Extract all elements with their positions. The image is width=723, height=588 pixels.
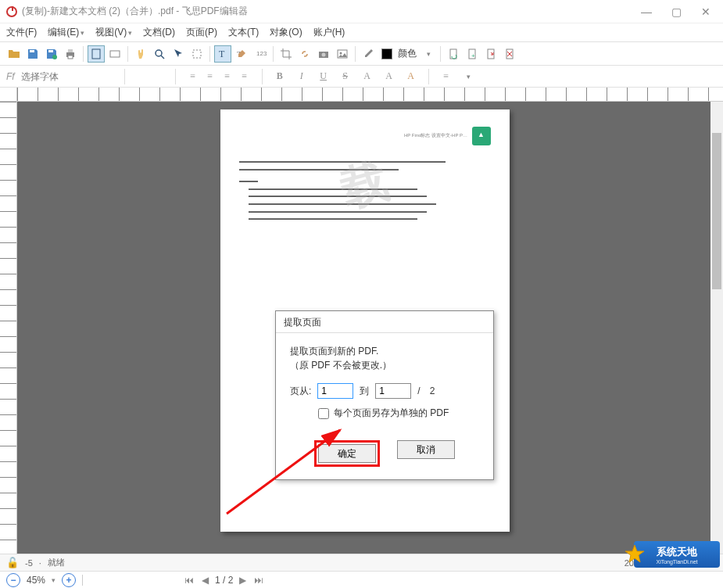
svg-point-17: [340, 52, 342, 54]
brand-star-icon: [625, 544, 645, 565]
text-tool-icon[interactable]: T: [214, 45, 231, 63]
total-sep: /: [417, 385, 420, 396]
menu-edit[interactable]: 编辑(E): [48, 26, 84, 39]
lock-icon: 🔓: [6, 557, 19, 568]
zoom-icon[interactable]: [151, 45, 168, 63]
crop-icon[interactable]: [277, 45, 295, 63]
menubar: 文件(F) 编辑(E) 视图(V) 文档(D) 页面(P) 文本(T) 对象(O…: [0, 23, 723, 42]
menu-object[interactable]: 对象(O): [270, 26, 302, 39]
page-indicator: 1 / 2: [215, 575, 233, 586]
select-rect-icon[interactable]: [188, 45, 206, 63]
ok-button[interactable]: 确定: [318, 444, 376, 463]
subscript-button[interactable]: A: [381, 69, 397, 84]
cancel-button[interactable]: 取消: [397, 440, 455, 459]
line-spacing-icon[interactable]: ≡: [438, 69, 454, 84]
doc-add-icon[interactable]: +: [464, 45, 481, 63]
format-toolbar: Ff ≡ ≡ ≡ ≡ B I U S A A A ≡: [0, 66, 723, 88]
separate-pdf-checkbox[interactable]: [318, 408, 329, 419]
pointer-icon[interactable]: [170, 45, 187, 63]
svg-rect-7: [110, 51, 120, 57]
ok-highlight-box: 确定: [314, 440, 380, 467]
hand-icon[interactable]: [132, 45, 149, 63]
doc-export-icon[interactable]: [482, 45, 499, 63]
page-width-icon[interactable]: [106, 45, 123, 63]
menu-document[interactable]: 文档(D): [143, 26, 175, 39]
menu-page[interactable]: 页面(P): [186, 26, 217, 39]
brand-name: 系统天地: [657, 545, 697, 559]
extract-pages-dialog: 提取页面 提取页面到新的 PDF. （原 PDF 不会被更改.） 页从: 到 /…: [275, 310, 494, 480]
total-pages: 2: [430, 385, 435, 396]
superscript-button[interactable]: A: [360, 69, 375, 84]
menu-account[interactable]: 账户(H): [313, 26, 345, 39]
menu-text[interactable]: 文本(T): [228, 26, 259, 39]
font-select[interactable]: [21, 71, 115, 82]
status-bar-upper: 🔓 -5 · 就绪 20.99 x 29.7 cm 预览: [0, 554, 723, 571]
brand-url: XiTongTianDi.net: [656, 559, 697, 565]
align-center-icon[interactable]: ≡: [202, 69, 218, 84]
maximize-button[interactable]: ▢: [668, 4, 684, 20]
eyedropper-icon[interactable]: [360, 45, 377, 63]
next-page-button[interactable]: ▶: [238, 575, 248, 586]
open-icon[interactable]: [5, 45, 23, 63]
svg-text:123: 123: [256, 50, 267, 57]
save-icon[interactable]: [24, 45, 41, 63]
svg-text:T: T: [219, 48, 225, 59]
horizontal-ruler: [0, 88, 723, 102]
main-toolbar: T T 123 颜色 +: [0, 42, 723, 66]
titlebar: (复制)-新建文本文档 (2)（合并）.pdf - 飞思PDF编辑器 — ▢ ✕: [0, 0, 723, 23]
status-bar-lower: − 45% ▾ + ⏮ ◀ 1 / 2 ▶ ⏭: [0, 571, 723, 588]
align-left-icon[interactable]: ≡: [185, 69, 201, 84]
page-header-text: HP First标志 设置中文-HP P…: [404, 132, 467, 140]
svg-line-9: [161, 56, 164, 59]
svg-point-8: [156, 50, 162, 56]
svg-rect-4: [68, 49, 73, 52]
prev-page-button[interactable]: ◀: [200, 575, 210, 586]
svg-text:+: +: [471, 52, 475, 59]
status-ready: 就绪: [48, 557, 65, 568]
save-as-icon[interactable]: [43, 45, 60, 63]
from-label: 页从:: [290, 385, 311, 398]
last-page-button[interactable]: ⏭: [252, 575, 265, 586]
font-prefix: Ff: [6, 71, 15, 82]
line-spacing-dropdown[interactable]: [460, 69, 476, 84]
vertical-scrollbar[interactable]: [710, 102, 723, 554]
first-page-button[interactable]: ⏮: [183, 575, 195, 586]
menu-file[interactable]: 文件(F): [6, 26, 37, 39]
color-dropdown[interactable]: [419, 45, 436, 63]
pdf-badge-icon: [472, 127, 491, 145]
svg-rect-10: [193, 50, 201, 58]
svg-point-2: [52, 55, 57, 59]
dialog-desc-1: 提取页面到新的 PDF.: [290, 344, 479, 358]
doc-remove-icon[interactable]: [501, 45, 518, 63]
vertical-ruler: [0, 102, 17, 554]
align-justify-icon[interactable]: ≡: [237, 69, 252, 84]
menu-view[interactable]: 视图(V): [95, 26, 132, 39]
doc-refresh-icon[interactable]: [445, 45, 462, 63]
text-spacing-icon[interactable]: 123: [252, 45, 269, 63]
italic-button[interactable]: I: [294, 69, 310, 84]
color-label: 颜色: [398, 47, 417, 60]
page-from-input[interactable]: [317, 383, 353, 399]
svg-rect-6: [92, 49, 100, 59]
svg-rect-18: [450, 49, 456, 59]
zoom-out-button[interactable]: −: [6, 573, 20, 587]
picture-icon[interactable]: [334, 45, 351, 63]
svg-rect-1: [48, 50, 53, 52]
strike-button[interactable]: S: [338, 69, 353, 84]
ready-indicator: -5: [25, 558, 33, 568]
text-edit-icon[interactable]: T: [233, 45, 250, 63]
bold-button[interactable]: B: [272, 69, 288, 84]
camera-icon[interactable]: [315, 45, 332, 63]
to-label: 到: [360, 385, 369, 398]
fill-color-icon[interactable]: [378, 45, 396, 63]
print-icon[interactable]: [62, 45, 79, 63]
align-right-icon[interactable]: ≡: [220, 69, 235, 84]
minimize-button[interactable]: —: [639, 4, 654, 20]
text-color-button[interactable]: A: [403, 69, 419, 84]
link-icon[interactable]: [296, 45, 313, 63]
close-button[interactable]: ✕: [698, 4, 714, 20]
page-fit-icon[interactable]: [88, 45, 105, 63]
page-to-input[interactable]: [375, 383, 411, 399]
underline-button[interactable]: U: [316, 69, 331, 84]
zoom-in-button[interactable]: +: [62, 573, 76, 587]
